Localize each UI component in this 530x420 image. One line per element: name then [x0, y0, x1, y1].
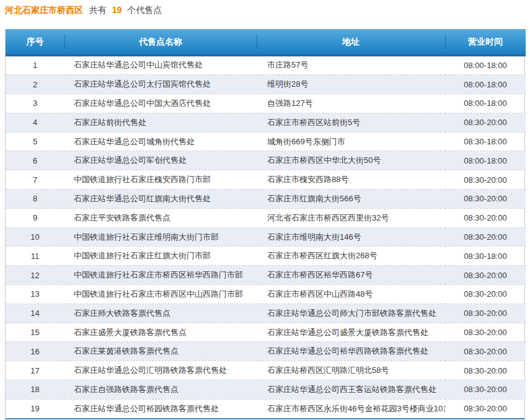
- cell-address: 城角街669号东侧门市: [257, 132, 445, 151]
- table-row: 17 石家庄站华通总公司汇明路铁路客票代售处 石家庄站桥西区汇明路汇明北58号 …: [6, 361, 526, 380]
- table-row: 6 石家庄站华通总公司军创代售处 石家庄市桥西区中华北大街50号 08:00-1…: [6, 151, 526, 170]
- cell-name: 石家庄站华通总公司中山宾馆代售处: [64, 56, 257, 75]
- cell-address: 石家庄站华通总公司裕华西路铁路客票代售处: [257, 342, 445, 361]
- cell-index: 10: [6, 227, 64, 247]
- cell-name: 石家庄莱茵港铁路客票代售点: [64, 342, 257, 361]
- cell-index: 13: [6, 285, 64, 304]
- cell-address: 石家庄市槐安西路88号: [257, 170, 445, 190]
- cell-hours: 08:30-20:00: [445, 361, 526, 380]
- cell-address: 石家庄市桥西区红旗大街268号: [257, 247, 445, 266]
- count-suffix: 个代售点: [127, 5, 162, 15]
- cell-index: 2: [6, 75, 64, 94]
- cell-hours: 08:30-18:00: [445, 132, 526, 151]
- table-row: 2 石家庄站华通总公司太行国宾馆代售处 维明街28号 08:00-18:00: [6, 75, 526, 94]
- table-row: 12 中国铁道旅行社石家庄市桥西区裕华西路门市部 石家庄市桥西区裕华西路67号 …: [6, 266, 526, 285]
- table-row: 16 石家庄莱茵港铁路客票代售点 石家庄站华通总公司裕华西路铁路客票代售处 08…: [6, 342, 526, 361]
- cell-hours: 08:00-18:00: [445, 56, 526, 75]
- cell-name: 石家庄盛景大厦铁路客票代售点: [64, 323, 257, 342]
- cell-address: 石家庄市红旗南大街566号: [257, 190, 445, 209]
- cell-index: 5: [6, 132, 64, 151]
- table-row: 3 石家庄站华通总公司中国大酒店代售处 自强路127号 08:00-18:00: [6, 94, 526, 113]
- cell-address: 石家庄站华通总公司师大门市部铁路客票代售处: [257, 304, 445, 323]
- cell-index: 8: [6, 190, 64, 209]
- agency-count: 19: [112, 5, 122, 15]
- cell-address: 石家庄市桥西区中华北大街50号: [257, 151, 445, 170]
- table-row: 19 石家庄站华通总公司裕园铁路客票代售处 石家庄市桥西区永乐街46号金裕花园3…: [6, 399, 526, 418]
- table-row: 14 石家庄师大铁路客票代售点 石家庄站华通总公司师大门市部铁路客票代售处 08…: [6, 304, 526, 323]
- cell-hours: 08:30-20:00: [445, 170, 526, 190]
- page-title: 河北石家庄市桥西区 共有 19 个代售点: [5, 5, 162, 16]
- cell-address: 石家庄站华通总公司盛景大厦铁路客票代售处: [257, 323, 445, 342]
- cell-index: 9: [6, 208, 64, 227]
- cell-hours: 08:30-20:00: [445, 399, 526, 418]
- cell-name: 石家庄站华通总公司中国大酒店代售处: [64, 94, 257, 113]
- agency-table-wrap: 序号 代售点名称 地址 营业时间 1 石家庄站华通总公司中山宾馆代售处 市庄路5…: [5, 29, 525, 419]
- cell-hours: 08:30-20:00: [445, 323, 526, 342]
- cell-name: 石家庄站华通总公司裕园铁路客票代售处: [64, 399, 257, 418]
- cell-index: 12: [6, 266, 64, 285]
- table-row: 18 石家庄自强路铁路客票代售点 石家庄站华通总公司西王客运站铁路客票代售处 0…: [6, 380, 526, 400]
- table-body: 1 石家庄站华通总公司中山宾馆代售处 市庄路57号 08:00-18:00 2 …: [6, 56, 526, 418]
- cell-name: 中国铁道旅行社石家庄维明南大街门市部: [64, 227, 257, 247]
- col-header-hours: 营业时间: [445, 29, 526, 56]
- col-header-name: 代售点名称: [64, 29, 257, 56]
- cell-address: 维明街28号: [257, 75, 445, 94]
- cell-name: 石家庄站华通总公司汇明路铁路客票代售处: [64, 361, 257, 380]
- cell-index: 18: [6, 380, 64, 400]
- table-row: 11 中国铁道旅行社石家庄红旗大街门市部 石家庄市桥西区红旗大街268号 08:…: [6, 247, 526, 266]
- cell-address: 自强路127号: [257, 94, 445, 113]
- cell-name: 中国铁道旅行社石家庄红旗大街门市部: [64, 247, 257, 266]
- cell-name: 中国铁道旅行社石家庄市桥西区裕华西路门市部: [64, 266, 257, 285]
- table-row: 8 石家庄站华通总公司红旗南大街代售处 石家庄市红旗南大街566号 08:30-…: [6, 190, 526, 209]
- cell-hours: 08:30-20:00: [445, 304, 526, 323]
- cell-address: 石家庄市桥西区永乐街46号金裕花园3号楼商业101号: [257, 399, 445, 418]
- cell-address: 石家庄站华通总公司西王客运站铁路客票代售处: [257, 380, 445, 400]
- cell-name: 石家庄站前街代售处: [64, 113, 257, 132]
- table-row: 15 石家庄盛景大厦铁路客票代售点 石家庄站华通总公司盛景大厦铁路客票代售处 0…: [6, 323, 526, 342]
- cell-index: 16: [6, 342, 64, 361]
- cell-name: 中国铁道旅行社石家庄市桥西区中山西路门市部: [64, 285, 257, 304]
- cell-hours: 08:30-20:00: [445, 113, 526, 132]
- cell-address: 石家庄市桥西区站前街5号: [257, 113, 445, 132]
- table-row: 7 中国铁道旅行社石家庄槐安西路门市部 石家庄市槐安西路88号 08:30-20…: [6, 170, 526, 190]
- cell-index: 4: [6, 113, 64, 132]
- table-row: 4 石家庄站前街代售处 石家庄市桥西区站前街5号 08:30-20:00: [6, 113, 526, 132]
- agency-table: 序号 代售点名称 地址 营业时间 1 石家庄站华通总公司中山宾馆代售处 市庄路5…: [6, 29, 526, 418]
- cell-name: 石家庄师大铁路客票代售点: [64, 304, 257, 323]
- cell-index: 15: [6, 323, 64, 342]
- cell-index: 17: [6, 361, 64, 380]
- cell-hours: 08:30-20:00: [445, 380, 526, 400]
- cell-index: 6: [6, 151, 64, 170]
- cell-index: 14: [6, 304, 64, 323]
- cell-hours: 08:30-20:00: [445, 208, 526, 227]
- table-row: 1 石家庄站华通总公司中山宾馆代售处 市庄路57号 08:00-18:00: [6, 56, 526, 75]
- cell-index: 3: [6, 94, 64, 113]
- cell-hours: 08:30-20:00: [445, 342, 526, 361]
- cell-address: 市庄路57号: [257, 56, 445, 75]
- cell-address: 河北省石家庄市桥西区西里街32号: [257, 208, 445, 227]
- cell-name: 石家庄站华通总公司红旗南大街代售处: [64, 190, 257, 209]
- cell-hours: 08:30-20:00: [445, 227, 526, 247]
- cell-hours: 08:00-18:00: [445, 94, 526, 113]
- cell-hours: 08:30-20:00: [445, 266, 526, 285]
- cell-address: 石家庄市桥西区裕华西路67号: [257, 266, 445, 285]
- cell-name: 石家庄站华通总公司城角街代售处: [64, 132, 257, 151]
- cell-address: 石家庄站桥西区汇明路汇明北58号: [257, 361, 445, 380]
- cell-address: 石家庄市维明南大街146号: [257, 227, 445, 247]
- cell-name: 石家庄站华通总公司军创代售处: [64, 151, 257, 170]
- cell-name: 石家庄站华通总公司太行国宾馆代售处: [64, 75, 257, 94]
- region-label: 河北石家庄市桥西区: [5, 5, 83, 15]
- col-header-address: 地址: [257, 29, 445, 56]
- cell-index: 19: [6, 399, 64, 418]
- count-prefix: 共有: [89, 5, 107, 15]
- cell-hours: 08:00-18:00: [445, 151, 526, 170]
- col-header-index: 序号: [6, 29, 64, 56]
- cell-name: 中国铁道旅行社石家庄槐安西路门市部: [64, 170, 257, 190]
- cell-name: 石家庄平安铁路客票代售点: [64, 208, 257, 227]
- table-row: 5 石家庄站华通总公司城角街代售处 城角街669号东侧门市 08:30-18:0…: [6, 132, 526, 151]
- cell-hours: 08:30-20:00: [445, 285, 526, 304]
- cell-index: 1: [6, 56, 64, 75]
- table-row: 10 中国铁道旅行社石家庄维明南大街门市部 石家庄市维明南大街146号 08:3…: [6, 227, 526, 247]
- cell-hours: 08:30-18:00: [445, 247, 526, 266]
- cell-hours: 08:00-18:00: [445, 75, 526, 94]
